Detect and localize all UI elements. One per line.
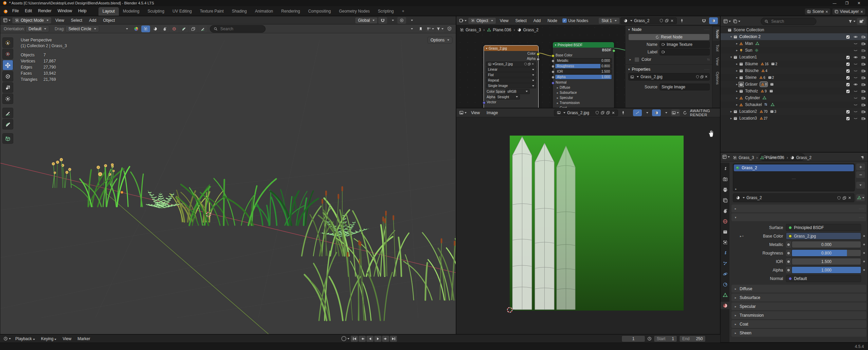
shield-check-button[interactable] bbox=[445, 25, 454, 32]
remove-slot-button[interactable] bbox=[856, 171, 865, 178]
view-dropdown-toggle[interactable] bbox=[407, 25, 416, 32]
minimize-button[interactable]: — bbox=[833, 1, 836, 5]
outliner-row-bäume[interactable]: ▸Bäume162 bbox=[721, 60, 868, 67]
node-input-vector[interactable]: Vector bbox=[484, 100, 538, 105]
outliner-row-location1[interactable]: ▾Location1 bbox=[721, 54, 868, 60]
proportional-editing-toggle[interactable] bbox=[397, 17, 406, 24]
exclude-checkbox[interactable] bbox=[846, 34, 850, 39]
roughness-slider[interactable]: 0.800 bbox=[792, 249, 861, 257]
scene-selector[interactable]: Scene bbox=[805, 8, 830, 15]
filter-toggle-object[interactable] bbox=[141, 25, 150, 32]
frame-end-field[interactable]: End250 bbox=[679, 335, 706, 342]
disable-render-toggle[interactable] bbox=[861, 48, 866, 53]
colorwheel-icon-button[interactable] bbox=[132, 25, 141, 32]
node-slider-roughness[interactable]: Roughness0.800 bbox=[555, 64, 612, 69]
viewport-menu-select[interactable]: Select bbox=[68, 16, 85, 24]
hide-viewport-toggle[interactable] bbox=[853, 48, 858, 53]
gizmo-toggle[interactable] bbox=[633, 109, 642, 116]
outliner-search-input[interactable] bbox=[771, 19, 813, 24]
tool-add-cube[interactable] bbox=[2, 133, 13, 144]
hide-viewport-toggle[interactable] bbox=[853, 116, 858, 121]
disable-render-toggle[interactable] bbox=[861, 109, 866, 114]
shader-menu-select[interactable]: Select bbox=[512, 17, 529, 25]
use-nodes-checkbox[interactable]: ✓Use Nodes bbox=[562, 18, 588, 23]
hide-viewport-toggle[interactable] bbox=[853, 62, 858, 66]
image-canvas[interactable] bbox=[510, 136, 684, 311]
image-datablock[interactable]: Grass_2.jpg bbox=[554, 109, 618, 116]
outliner-row-man[interactable]: ▸Man bbox=[721, 40, 868, 47]
breadcrumb-mesh[interactable]: Plane.036 bbox=[760, 155, 784, 160]
reset-node-button[interactable]: Reset Node bbox=[628, 34, 710, 40]
hide-viewport-toggle[interactable] bbox=[853, 75, 858, 80]
workspace-tab-animation[interactable]: Animation bbox=[251, 7, 277, 16]
outliner-row-scene-collection[interactable]: Scene Collection bbox=[721, 27, 868, 33]
viewport-search-input[interactable] bbox=[220, 26, 262, 32]
disable-render-toggle[interactable] bbox=[861, 95, 866, 100]
workspace-tab-geometry-nodes[interactable]: Geometry Nodes bbox=[335, 7, 374, 16]
node-input-normal[interactable]: Normal bbox=[553, 80, 614, 85]
shader-menu-view[interactable]: View bbox=[497, 17, 512, 25]
play-back-button[interactable] bbox=[366, 336, 374, 342]
timeline-menu-marker[interactable]: Marker bbox=[75, 336, 92, 342]
surface-panel-header[interactable]: ▾···· bbox=[731, 213, 866, 221]
workspace-tab-uv-editing[interactable]: UV Editing bbox=[168, 7, 196, 16]
hide-viewport-toggle[interactable] bbox=[853, 82, 858, 87]
source-field[interactable]: Single Image bbox=[659, 84, 710, 90]
node-section-subsurface[interactable]: ▸Subsurface bbox=[553, 90, 614, 95]
selectability-dropdown[interactable] bbox=[122, 25, 131, 32]
hide-viewport-toggle[interactable] bbox=[853, 102, 858, 107]
exclude-checkbox[interactable] bbox=[846, 75, 850, 80]
editor-type-button[interactable] bbox=[458, 109, 467, 116]
node-section-diffuse[interactable]: ▸Diffuse bbox=[553, 85, 614, 90]
sidebar-tab-view[interactable]: View bbox=[712, 55, 720, 68]
outliner-row-collection-2[interactable]: ▾Collection 2 bbox=[721, 33, 868, 40]
slot-specials-button[interactable] bbox=[856, 182, 865, 189]
preview-panel-header[interactable]: ▸···· bbox=[731, 205, 866, 212]
auto-key-toggle[interactable] bbox=[341, 335, 350, 342]
hide-viewport-toggle[interactable] bbox=[853, 34, 858, 39]
menu-render[interactable]: Render bbox=[35, 7, 54, 15]
disable-render-toggle[interactable] bbox=[861, 89, 866, 93]
timeline-menu-keying[interactable]: Keying bbox=[39, 336, 59, 342]
gizmo-dropdown[interactable] bbox=[643, 109, 651, 116]
tool-select-circle[interactable] bbox=[2, 37, 13, 48]
outliner-row-büsche[interactable]: ▸Büsche4 bbox=[721, 67, 868, 74]
alpha-slider[interactable]: 1.000 bbox=[792, 266, 861, 274]
node-color-section[interactable]: ▸Color⫯⫰ bbox=[626, 56, 712, 63]
render-slot-refresh[interactable] bbox=[681, 109, 689, 116]
snapping-dropdown[interactable] bbox=[388, 17, 397, 24]
prop-tab-globe-red[interactable] bbox=[721, 217, 729, 225]
jump-end-button[interactable] bbox=[390, 336, 397, 342]
workspace-tab-modeling[interactable]: Modeling bbox=[119, 7, 144, 16]
exclude-checkbox[interactable] bbox=[846, 89, 850, 93]
node-title[interactable]: ▾Principled BSDF bbox=[553, 42, 614, 48]
next-key-button[interactable] bbox=[382, 336, 389, 342]
new-collection-button[interactable] bbox=[857, 18, 866, 25]
filter-funnel-button[interactable] bbox=[435, 25, 444, 32]
frame-start-field[interactable]: Start1 bbox=[654, 335, 677, 342]
surface-shader-field[interactable]: Principled BSDF bbox=[786, 224, 861, 231]
drag-dropdown[interactable]: Select Circle bbox=[65, 25, 99, 32]
view-layer-selector[interactable]: ViewLayer bbox=[832, 8, 865, 15]
disable-render-toggle[interactable] bbox=[861, 82, 866, 87]
disable-render-toggle[interactable] bbox=[861, 68, 866, 73]
node-dropdown[interactable]: Single Image bbox=[486, 83, 536, 88]
outliner-row-sun[interactable]: ▸Sun bbox=[721, 47, 868, 54]
workspace-tab-layout[interactable]: Layout bbox=[98, 7, 119, 16]
prop-tab-constraint[interactable] bbox=[721, 281, 729, 288]
prop-tab-printer[interactable] bbox=[721, 186, 729, 193]
image-menu-view[interactable]: View bbox=[468, 109, 483, 117]
prop-tab-mesh-data[interactable] bbox=[721, 291, 729, 299]
disable-render-toggle[interactable] bbox=[861, 102, 866, 107]
filter-button[interactable] bbox=[847, 18, 856, 25]
orientation-dropdown[interactable]: Default bbox=[25, 25, 49, 32]
exclude-checkbox[interactable] bbox=[846, 55, 850, 59]
exclude-checkbox[interactable] bbox=[846, 62, 850, 66]
node-slider-metallic[interactable]: Metallic0.000 bbox=[555, 58, 612, 63]
add-slot-button[interactable] bbox=[856, 163, 865, 170]
viewport-menu-add[interactable]: Add bbox=[86, 16, 99, 24]
viewport-canvas[interactable] bbox=[0, 33, 456, 334]
node-prop-row[interactable]: AlphaStraight bbox=[484, 94, 538, 100]
hide-viewport-toggle[interactable] bbox=[853, 41, 858, 46]
proportional-falloff-dropdown[interactable] bbox=[407, 17, 416, 24]
